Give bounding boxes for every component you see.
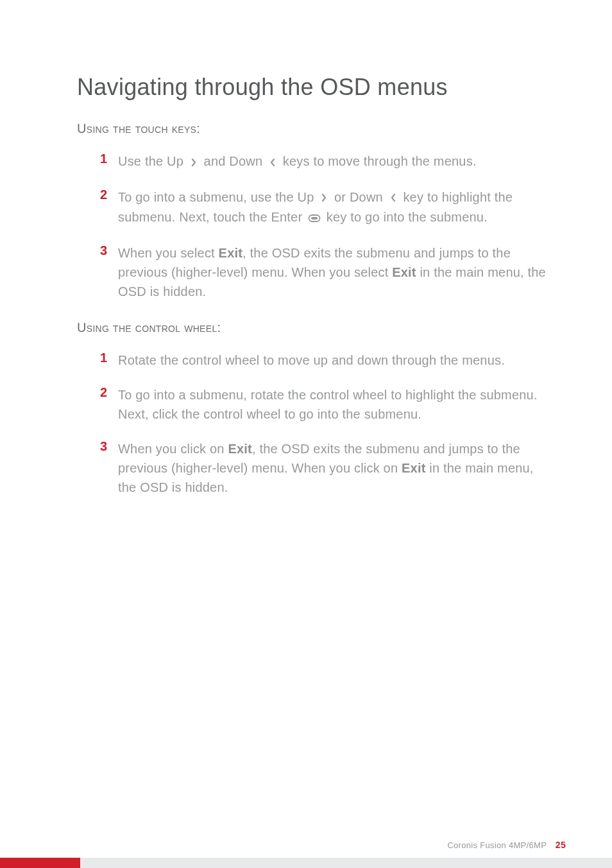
list-item: 2To go into a submenu, use the Up or Dow… xyxy=(77,187,548,228)
page-number: 25 xyxy=(556,840,566,850)
item-number: 1 xyxy=(100,152,118,172)
item-number: 2 xyxy=(100,385,118,424)
section-heading: Using the touch keys: xyxy=(77,121,548,136)
item-text: When you click on Exit, the OSD exits th… xyxy=(118,439,548,497)
footer-bar-red xyxy=(0,858,80,868)
item-text: Rotate the control wheel to move up and … xyxy=(118,351,505,370)
item-text: Use the Up and Down keys to move through… xyxy=(118,152,477,172)
list-item: 1Use the Up and Down keys to move throug… xyxy=(77,152,548,172)
item-text: To go into a submenu, rotate the control… xyxy=(118,385,548,424)
bold-text: Exit xyxy=(402,461,425,475)
up-chevron-icon xyxy=(189,153,198,172)
page-title: Navigating through the OSD menus xyxy=(77,74,548,101)
up-chevron-icon xyxy=(319,188,328,207)
page-footer: Coronis Fusion 4MP/6MP 25 xyxy=(0,836,612,868)
enter-key-icon xyxy=(308,209,321,228)
list-item: 1Rotate the control wheel to move up and… xyxy=(77,351,548,370)
bold-text: Exit xyxy=(228,442,251,456)
item-number: 1 xyxy=(100,351,118,370)
down-chevron-icon xyxy=(389,188,398,207)
down-chevron-icon xyxy=(268,153,277,172)
item-text: To go into a submenu, use the Up or Down… xyxy=(118,187,548,228)
bold-text: Exit xyxy=(392,265,416,279)
list-item: 2To go into a submenu, rotate the contro… xyxy=(77,385,548,424)
list-item: 3When you click on Exit, the OSD exits t… xyxy=(77,439,548,497)
item-number: 3 xyxy=(100,439,118,497)
footer-text: Coronis Fusion 4MP/6MP 25 xyxy=(447,840,566,850)
product-name: Coronis Fusion 4MP/6MP xyxy=(447,840,546,850)
footer-bar-gray xyxy=(80,858,612,868)
sections-container: Using the touch keys:1Use the Up and Dow… xyxy=(77,121,548,497)
item-number: 2 xyxy=(100,187,118,228)
bold-text: Exit xyxy=(219,246,242,260)
svg-rect-1 xyxy=(311,217,318,220)
item-text: When you select Exit, the OSD exits the … xyxy=(118,243,548,301)
section-heading: Using the control wheel: xyxy=(77,320,548,335)
item-number: 3 xyxy=(100,243,118,301)
list-item: 3When you select Exit, the OSD exits the… xyxy=(77,243,548,301)
